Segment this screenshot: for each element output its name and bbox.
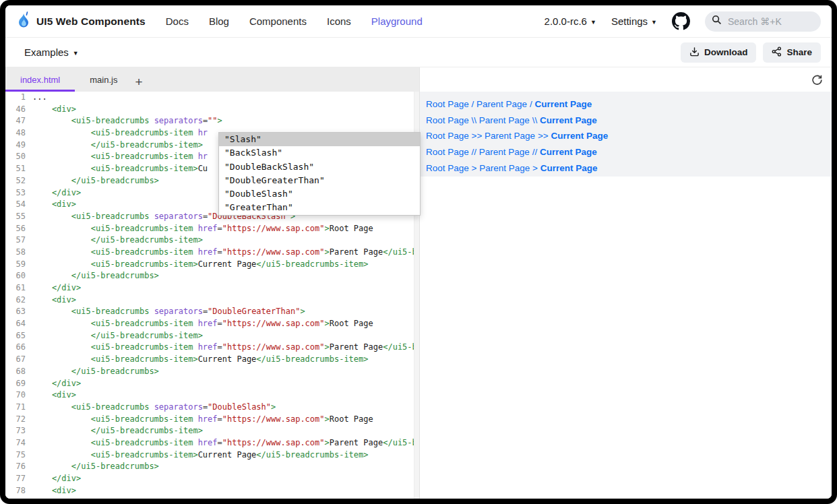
line-number: 65 [5,330,32,342]
autocomplete-option[interactable]: "DoubleBackSlash" [219,160,420,174]
code-text: <div> [32,485,419,497]
autocomplete-option[interactable]: "GreaterThan" [219,201,420,214]
brand-home-link[interactable]: UI5 Web Components [16,11,146,32]
code-line[interactable]: 61 </div> [5,282,419,294]
breadcrumb-separator: // [469,147,479,157]
line-number: 77 [5,473,32,485]
nav-link-playground[interactable]: Playground [371,15,423,27]
line-number: 54 [5,199,32,211]
code-text: <ui5-breadcrumbs separators="DoubleSlash… [32,402,419,414]
nav-link-docs[interactable]: Docs [166,15,189,27]
chevron-down-icon: ▼ [590,19,596,26]
share-button[interactable]: Share [763,42,821,63]
nav-link-components[interactable]: Components [249,15,307,27]
code-line[interactable]: 76 </ui5-breadcrumbs> [5,461,419,473]
code-line[interactable]: 69 </div> [5,378,419,390]
code-line[interactable]: 59 <ui5-breadcrumbs-item>Current Page</u… [5,259,419,271]
code-line[interactable]: 67 <ui5-breadcrumbs-item>Current Page</u… [5,354,419,366]
breadcrumb-link[interactable]: Root Page [426,163,469,173]
breadcrumb-current: Current Page [540,163,598,173]
code-line[interactable]: 57 </ui5-breadcrumbs-item> [5,234,419,247]
nav-link-icons[interactable]: Icons [327,15,351,27]
line-number: 53 [5,187,32,199]
autocomplete-option[interactable]: "DoubleGreaterThan" [219,174,420,187]
code-line[interactable]: 46 <div> [5,104,419,116]
code-line[interactable]: 60 </ui5-breadcrumbs> [5,270,419,282]
line-number: 75 [5,449,32,462]
code-line[interactable]: 58 <ui5-breadcrumbs-item href="https://w… [5,247,419,259]
code-line[interactable]: 47 <ui5-breadcrumbs separators=""> [5,115,419,127]
search-input[interactable] [726,15,807,28]
autocomplete-option[interactable]: "DoubleSlash" [219,187,420,201]
line-number: 57 [5,234,32,247]
line-number: 55 [5,211,32,223]
autocomplete-option[interactable]: "BackSlash" [219,146,420,160]
examples-toolbar: Examples▼ Download Sh [5,38,832,67]
code-line[interactable]: 63 <ui5-breadcrumbs separators="DoubleGr… [5,306,419,318]
code-line[interactable]: 73 </ui5-breadcrumbs-item> [5,425,419,437]
code-line[interactable]: 68 </ui5-breadcrumbs> [5,366,419,378]
github-icon[interactable] [672,12,690,30]
breadcrumb-link[interactable]: Parent Page [479,147,530,157]
code-text: <ui5-breadcrumbs-item href="https://www.… [32,247,419,259]
code-line[interactable]: 72 <ui5-breadcrumbs-item href="https://w… [5,414,419,426]
code-text: <ui5-breadcrumbs-item href="https://www.… [32,318,419,330]
code-text: <div> [32,104,419,116]
brand-title: UI5 Web Components [36,15,146,28]
code-line[interactable]: 77 </div> [5,473,419,485]
top-nav-bar: UI5 Web Components DocsBlogComponentsIco… [5,5,832,38]
search-icon [712,15,722,28]
code-line[interactable]: 66 <ui5-breadcrumbs-item href="https://w… [5,342,419,354]
breadcrumb-link[interactable]: Parent Page [476,99,527,109]
code-text: </div> [32,282,419,294]
breadcrumb-row: Root Page // Parent Page // Current Page [426,144,832,160]
toolbar-actions: Download Share [681,42,821,63]
breadcrumb-link[interactable]: Parent Page [479,115,530,125]
code-text: <ui5-breadcrumbs-item href="https://www.… [32,437,419,449]
editor-tab-index.html[interactable]: index.html [5,67,75,92]
refresh-icon[interactable] [810,73,824,86]
breadcrumb-separator: \\ [469,115,479,125]
code-text: </ui5-breadcrumbs> [32,366,419,378]
autocomplete-option[interactable]: "Slash" [219,133,420,146]
code-line[interactable]: 78 <div> [5,485,419,497]
breadcrumb-link[interactable]: Root Page [426,147,469,157]
code-line[interactable]: 1... [5,92,419,104]
editor-tab-main.js[interactable]: main.js [75,67,132,92]
flame-icon [16,11,31,32]
code-line[interactable]: 65 </ui5-breadcrumbs-item> [5,330,419,342]
version-menu[interactable]: 2.0.0-rc.6▼ [545,15,596,27]
download-button[interactable]: Download [681,42,757,63]
code-line[interactable]: 64 <ui5-breadcrumbs-item href="https://w… [5,318,419,330]
nav-link-blog[interactable]: Blog [209,15,229,27]
code-text: <ui5-breadcrumbs separators=""> [32,115,419,127]
breadcrumb-separator: >> [535,131,551,141]
breadcrumb-current: Current Page [534,99,592,109]
breadcrumb-separator: / [469,99,476,109]
code-line[interactable]: 75 <ui5-breadcrumbs-item>Current Page</u… [5,449,419,462]
code-line[interactable]: 71 <ui5-breadcrumbs separators="DoubleSl… [5,402,419,414]
line-number: 48 [5,127,32,139]
breadcrumb-link[interactable]: Parent Page [485,131,535,141]
breadcrumb-link[interactable]: Root Page [426,131,469,141]
code-text: <div> [32,294,419,307]
code-line[interactable]: 56 <ui5-breadcrumbs-item href="https://w… [5,223,419,235]
code-line[interactable]: 70 <div> [5,389,419,402]
code-text: <ui5-breadcrumbs-item>Current Page</ui5-… [32,449,419,462]
breadcrumb-separator: \\ [530,115,540,125]
breadcrumb-link[interactable]: Root Page [426,115,469,125]
line-number: 61 [5,282,32,294]
examples-menu[interactable]: Examples▼ [24,46,79,58]
line-number: 78 [5,485,32,497]
breadcrumb-separator: >> [469,131,485,141]
editor-tab-bar: index.htmlmain.js+ [5,67,419,92]
breadcrumb-link[interactable]: Root Page [426,99,469,109]
line-number: 66 [5,342,32,354]
breadcrumb-separator: > [530,163,540,173]
code-line[interactable]: 74 <ui5-breadcrumbs-item href="https://w… [5,437,419,449]
code-line[interactable]: 62 <div> [5,294,419,307]
new-tab-button[interactable]: + [132,75,149,92]
breadcrumb-link[interactable]: Parent Page [479,163,530,173]
settings-menu[interactable]: Settings▼ [611,15,657,27]
breadcrumb-separator: > [469,163,479,173]
